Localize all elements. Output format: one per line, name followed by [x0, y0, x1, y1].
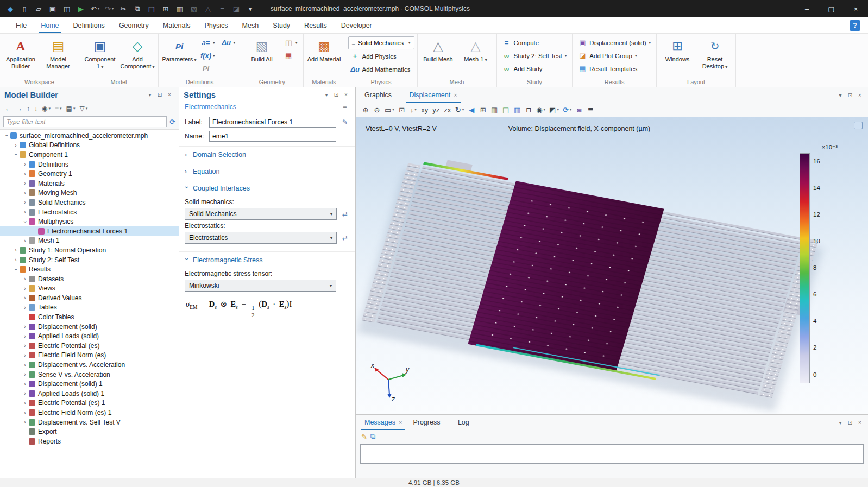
- tree-row[interactable]: › Electric Field Norm (es) 1: [0, 408, 179, 418]
- menu-item[interactable]: Study: [266, 17, 297, 33]
- zoom-out-icon[interactable]: ⊖: [372, 104, 382, 116]
- tree-row[interactable]: › Views: [0, 284, 179, 294]
- stress-tensor-select[interactable]: Minkowski: [185, 280, 336, 292]
- view-xy-icon[interactable]: xy: [419, 104, 430, 116]
- graphics-tab[interactable]: Graphics ×: [359, 87, 404, 103]
- tree-row[interactable]: › Electric Potential (es) 1: [0, 399, 179, 408]
- visibility-icon[interactable]: ◉: [534, 104, 547, 116]
- expander-icon[interactable]: ›: [22, 400, 28, 406]
- expander-icon[interactable]: ›: [22, 324, 28, 330]
- tree-row[interactable]: › Multiphysics: [0, 217, 179, 226]
- nonlocal-couplings-button[interactable]: Δu: [219, 36, 238, 49]
- expander-icon[interactable]: ›: [22, 209, 28, 215]
- compute-icon[interactable]: =: [215, 2, 229, 16]
- refresh-icon[interactable]: ⟳: [169, 118, 175, 126]
- tree-row[interactable]: › Mesh 1: [0, 236, 179, 246]
- tree-row[interactable]: › Displacement vs. Acceleration: [0, 360, 179, 370]
- messages-tab[interactable]: Log ×: [452, 415, 481, 430]
- move-up-icon[interactable]: ↑: [25, 103, 32, 114]
- work-plane-button[interactable]: ▦: [281, 49, 300, 62]
- expander-icon[interactable]: ›: [22, 381, 28, 387]
- messages-tab[interactable]: Messages ×: [359, 415, 407, 430]
- expander-icon[interactable]: ›: [22, 161, 28, 167]
- expander-icon[interactable]: ›: [13, 266, 19, 273]
- menu-item[interactable]: Geometry: [112, 17, 156, 33]
- snapshot-icon[interactable]: ◙: [574, 104, 584, 116]
- save-icon[interactable]: ▣: [46, 2, 60, 16]
- redo-icon[interactable]: ↷: [102, 2, 116, 16]
- panel-close-icon[interactable]: ×: [855, 418, 865, 427]
- tree-row[interactable]: › Applied Loads (solid) 1: [0, 389, 179, 399]
- section-header-equation[interactable]: › Equation: [179, 163, 355, 180]
- result-templates-button[interactable]: ▦ Result Templates: [575, 62, 653, 75]
- label-input[interactable]: [209, 117, 336, 128]
- expander-icon[interactable]: ›: [22, 419, 28, 425]
- view-yz-icon[interactable]: yz: [431, 104, 442, 116]
- show-more-options-icon[interactable]: ≣: [340, 102, 350, 112]
- show-icon[interactable]: ◉: [40, 103, 52, 114]
- build-all-icon[interactable]: ▧: [187, 2, 201, 16]
- expander-icon[interactable]: ›: [22, 410, 28, 416]
- copy-text-icon[interactable]: ⧉: [370, 432, 375, 441]
- coupling-swap-icon[interactable]: ⇄: [340, 209, 350, 219]
- expander-icon[interactable]: ›: [22, 180, 28, 186]
- expander-icon[interactable]: ›: [22, 171, 28, 177]
- plot-in-second-window-icon[interactable]: ▥: [512, 104, 523, 116]
- tree-row[interactable]: › Moving Mesh: [0, 188, 179, 198]
- expander-icon[interactable]: ›: [13, 151, 19, 158]
- tree-row[interactable]: › Geometry 1: [0, 169, 179, 179]
- scene-settings-icon[interactable]: ◩: [548, 104, 561, 116]
- parameter-case-button[interactable]: Pi: [199, 62, 218, 75]
- application-builder-button[interactable]: A Application Builder: [3, 35, 39, 78]
- rename-icon[interactable]: ✎: [340, 117, 350, 127]
- panel-float-icon[interactable]: ⊡: [331, 90, 341, 100]
- tree-row[interactable]: › Derived Values: [0, 293, 179, 303]
- geometry-import-button[interactable]: ◫: [281, 36, 300, 49]
- cut-icon[interactable]: ✂: [116, 2, 130, 16]
- menu-item[interactable]: Physics: [197, 17, 235, 33]
- menu-item[interactable]: Home: [34, 17, 66, 33]
- move-down-icon[interactable]: ↓: [33, 103, 39, 114]
- back-icon[interactable]: ←: [3, 103, 13, 114]
- reset-desktop-button[interactable]: ↻ Reset Desktop: [697, 35, 733, 78]
- section-header-domain[interactable]: › Domain Selection: [179, 147, 355, 163]
- tree-row[interactable]: › Solid Mechanics: [0, 198, 179, 207]
- messages-content[interactable]: [360, 444, 864, 464]
- add-component-button[interactable]: ◇ Add Component: [119, 35, 155, 78]
- expander-icon[interactable]: ›: [22, 218, 28, 225]
- forward-icon[interactable]: →: [14, 103, 24, 114]
- expander-icon[interactable]: ›: [22, 352, 28, 358]
- tree-row[interactable]: › Datasets: [0, 274, 179, 284]
- mesh-button[interactable]: △ Mesh 1: [458, 35, 494, 78]
- tree-row[interactable]: › Electromechanical Forces 1: [0, 226, 179, 236]
- section-header-stress[interactable]: › Electromagnetic Stress: [179, 252, 355, 268]
- table-icon[interactable]: ▦: [489, 104, 500, 116]
- zoom-extents-icon[interactable]: ⊡: [397, 104, 407, 116]
- menu-item[interactable]: Definitions: [66, 17, 112, 33]
- messages-tab[interactable]: Progress ×: [407, 415, 452, 430]
- study-button[interactable]: ∞ Study 2: Self Test: [500, 49, 570, 62]
- delete-icon[interactable]: ▥: [173, 2, 187, 16]
- close-button[interactable]: ×: [844, 0, 868, 17]
- tree-row[interactable]: › Study 2: Self Test: [0, 255, 179, 265]
- tree-row[interactable]: › Global Definitions: [0, 141, 179, 150]
- expander-icon[interactable]: ›: [4, 132, 10, 139]
- windows-button[interactable]: ⊞ Windows: [659, 35, 695, 78]
- tree-filter-input[interactable]: [3, 116, 167, 127]
- tree-row[interactable]: › Color Tables: [0, 312, 179, 322]
- name-input[interactable]: [209, 131, 336, 142]
- panel-float-icon[interactable]: ⊡: [845, 90, 855, 100]
- lock-icon[interactable]: ⊓: [523, 104, 534, 116]
- tree-row[interactable]: › Electric Field Norm (es): [0, 351, 179, 360]
- expander-icon[interactable]: ›: [22, 295, 28, 301]
- expander-icon[interactable]: ›: [22, 238, 28, 244]
- tree-row[interactable]: › Applied Loads (solid): [0, 331, 179, 341]
- panel-menu-icon[interactable]: ▾: [145, 90, 155, 100]
- undo-icon[interactable]: ↶: [88, 2, 102, 16]
- tree-row[interactable]: › Electric Potential (es): [0, 341, 179, 351]
- expander-icon[interactable]: ›: [22, 333, 28, 339]
- expander-icon[interactable]: ›: [12, 142, 19, 148]
- print-icon[interactable]: ≣: [585, 104, 596, 116]
- expander-icon[interactable]: ›: [22, 343, 28, 349]
- plot-group-button[interactable]: ▣ Displacement (solid): [575, 36, 653, 49]
